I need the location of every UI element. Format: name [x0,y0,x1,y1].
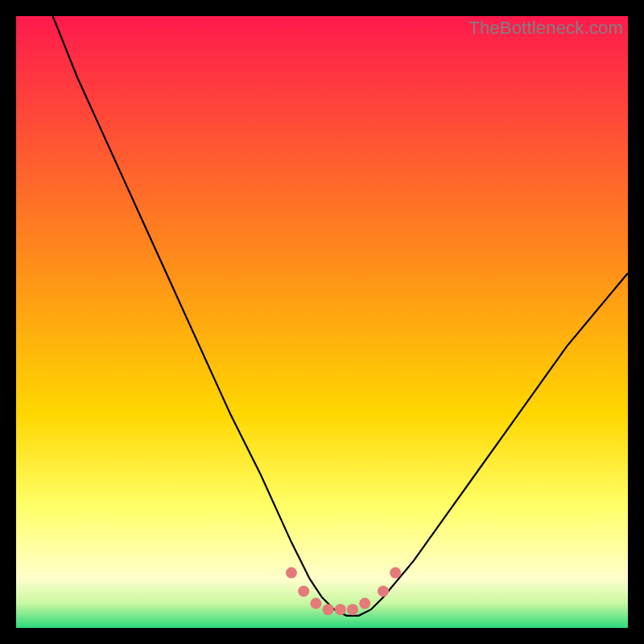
chart-frame: TheBottleneck.com [16,16,628,628]
marker-dot [298,585,309,597]
marker-dot [359,598,370,609]
marker-dot [378,585,389,597]
marker-dot [335,604,346,615]
marker-dot [286,568,297,579]
marker-dot [390,568,401,579]
marker-dot [323,604,334,615]
watermark-text: TheBottleneck.com [469,18,623,39]
marker-dot [347,604,358,615]
bottleneck-chart [16,16,628,628]
gradient-background [16,16,628,628]
marker-dot [310,598,321,609]
